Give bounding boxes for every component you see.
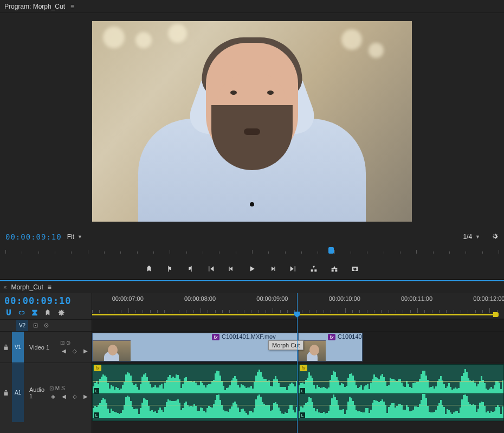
program-monitor bbox=[0, 13, 504, 230]
timeline-tabbar: × Morph_Cut ≡ bbox=[0, 281, 504, 293]
preview-frame[interactable] bbox=[92, 21, 412, 222]
step-forward-button[interactable] bbox=[268, 264, 277, 274]
program-panel-header: Program: Morph_Cut ≡ bbox=[0, 0, 504, 13]
track-header-v1[interactable]: V1 Video 1 ⊡ ⊙ ◀◇▶ bbox=[0, 331, 92, 363]
transition-label[interactable]: Morph Cut bbox=[268, 340, 303, 350]
channel-badge-icon: L bbox=[300, 412, 305, 418]
track-output-toggle-icon[interactable]: ⊡ bbox=[31, 322, 39, 329]
playhead[interactable] bbox=[297, 293, 298, 433]
fx-badge-icon bbox=[328, 334, 335, 340]
playback-resolution-dropdown[interactable]: 1/4 ▼ bbox=[463, 233, 480, 241]
timeline-display-settings-icon[interactable] bbox=[43, 308, 52, 317]
next-keyframe-icon[interactable]: ▶ bbox=[82, 347, 89, 354]
track-target-v1[interactable]: V1 bbox=[12, 332, 24, 363]
track-header-a1[interactable]: A1 Audio 1 ⊡ M S ◈◀◇▶ bbox=[0, 363, 92, 422]
video-clip[interactable]: C1001401.MXF.mov bbox=[92, 333, 298, 361]
mark-in-button[interactable] bbox=[165, 264, 175, 274]
program-timecode[interactable]: 00:00:09:10 bbox=[5, 232, 62, 241]
zoom-fit-dropdown[interactable]: Fit ▼ bbox=[67, 233, 82, 241]
audio-keyframe-icon[interactable]: ◈ bbox=[49, 392, 57, 400]
fx-badge-icon bbox=[212, 334, 219, 340]
mark-out-button[interactable] bbox=[185, 264, 195, 274]
extract-button[interactable] bbox=[329, 264, 339, 274]
track-target-v2[interactable]: V2 bbox=[16, 320, 28, 331]
settings-wrench-icon[interactable] bbox=[491, 232, 499, 242]
timeline-timecode[interactable]: 00:00:09:10 bbox=[4, 295, 87, 306]
track-header-area: 00:00:09:10 V2 ⊡⊙ V1 Video bbox=[0, 293, 92, 433]
monitor-info-bar: 00:00:09:10 Fit ▼ 1/4 ▼ bbox=[0, 230, 504, 244]
ruler-label: 00:00:08:00 bbox=[184, 295, 216, 302]
close-tab-icon[interactable]: × bbox=[3, 284, 7, 290]
clip-label: C1001401.MXF.mov bbox=[338, 333, 363, 340]
sequence-tab[interactable]: Morph_Cut bbox=[11, 283, 43, 291]
track-lane-a1[interactable]: LLLL bbox=[92, 363, 504, 422]
add-marker-button[interactable] bbox=[144, 264, 154, 274]
track-lane-v2[interactable] bbox=[92, 319, 504, 331]
prev-keyframe-icon[interactable]: ◀ bbox=[60, 347, 68, 354]
timeline-tracks-area[interactable]: 00:00:07:0000:00:08:0000:00:09:0000:00:1… bbox=[92, 293, 504, 433]
video-clip[interactable]: C1001401.MXF.mov bbox=[298, 333, 363, 361]
add-keyframe-icon[interactable]: ◇ bbox=[71, 347, 79, 354]
go-to-in-button[interactable] bbox=[206, 264, 216, 274]
chevron-down-icon: ▼ bbox=[475, 234, 480, 240]
track-label-v1: Video 1 bbox=[27, 344, 58, 351]
timeline-panel: × Morph_Cut ≡ 00:00:09:10 V2 ⊡⊙ bbox=[0, 280, 504, 433]
work-area-bar[interactable] bbox=[92, 314, 493, 315]
playback-resolution-label: 1/4 bbox=[463, 233, 472, 241]
transport-controls bbox=[0, 258, 504, 280]
go-to-out-button[interactable] bbox=[288, 264, 298, 274]
monitor-playhead-marker[interactable] bbox=[328, 247, 334, 254]
add-keyframe-icon[interactable]: ◇ bbox=[71, 392, 79, 400]
snap-icon[interactable] bbox=[4, 308, 13, 317]
next-keyframe-icon[interactable]: ▶ bbox=[82, 392, 89, 400]
export-frame-button[interactable] bbox=[350, 264, 360, 274]
track-toggles-v1[interactable]: ⊡ ⊙ bbox=[60, 340, 89, 346]
ruler-label: 00:00:12:00 bbox=[473, 295, 504, 302]
zoom-fit-label: Fit bbox=[67, 233, 74, 241]
panel-menu-icon[interactable]: ≡ bbox=[70, 3, 74, 10]
ruler-label: 00:00:07:00 bbox=[112, 295, 144, 302]
chevron-down-icon: ▼ bbox=[77, 234, 82, 240]
lift-button[interactable] bbox=[309, 264, 319, 274]
track-toggles-a1[interactable]: ⊡ M S bbox=[49, 385, 89, 391]
prev-keyframe-icon[interactable]: ◀ bbox=[60, 392, 68, 400]
clip-label: C1001401.MXF.mov bbox=[222, 333, 276, 340]
play-button[interactable] bbox=[247, 264, 257, 274]
ruler-label: 00:00:10:00 bbox=[329, 295, 360, 302]
wrench-icon[interactable] bbox=[56, 308, 65, 317]
track-header-v2[interactable]: V2 ⊡⊙ bbox=[0, 319, 92, 331]
sync-lock-icon[interactable]: ⊙ bbox=[42, 322, 50, 329]
audio-clip[interactable]: LL bbox=[92, 364, 298, 421]
audio-clip[interactable]: LL bbox=[298, 364, 504, 421]
fx-badge-icon bbox=[300, 365, 307, 371]
program-title: Program: Morph_Cut bbox=[4, 3, 65, 10]
channel-badge-icon: L bbox=[94, 388, 99, 393]
panel-menu-icon[interactable]: ≡ bbox=[48, 283, 51, 291]
ruler-label: 00:00:11:00 bbox=[401, 295, 432, 302]
channel-badge-icon: L bbox=[94, 412, 99, 418]
monitor-scrub-bar[interactable] bbox=[5, 246, 499, 258]
lock-icon[interactable] bbox=[2, 389, 10, 397]
step-back-button[interactable] bbox=[227, 264, 236, 274]
fx-badge-icon bbox=[94, 365, 101, 371]
linked-selection-icon[interactable] bbox=[17, 308, 26, 317]
ruler-label: 00:00:09:00 bbox=[256, 295, 288, 302]
track-target-a1[interactable]: A1 bbox=[12, 363, 24, 422]
lock-icon[interactable] bbox=[2, 344, 10, 351]
track-label-a1: Audio 1 bbox=[27, 386, 47, 399]
channel-badge-icon: L bbox=[300, 388, 305, 393]
add-marker-icon[interactable] bbox=[30, 308, 39, 317]
track-lane-v1[interactable]: C1001401.MXF.movC1001401.MXF.movMorph Cu… bbox=[92, 331, 504, 363]
timeline-top-controls: 00:00:09:10 bbox=[0, 293, 92, 319]
